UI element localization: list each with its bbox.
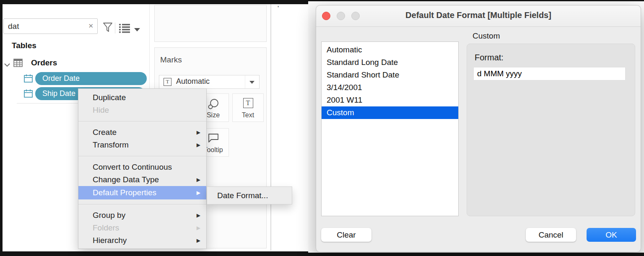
chevron-down-icon [249, 81, 254, 84]
menu-item-create[interactable]: Create ▶ [78, 126, 206, 139]
menu-separator [78, 204, 206, 204]
submenu-arrow-icon: ▶ [197, 126, 200, 139]
default-date-format-dialog: Default Date Format [Multiple Fields] Au… [316, 5, 641, 252]
text-button-label: Text [242, 111, 254, 119]
tooltip-icon [207, 133, 220, 144]
date-field-icon [24, 89, 33, 99]
list-item[interactable]: 2001 W11 [322, 94, 458, 106]
canvas-divider [270, 4, 271, 251]
view-options-grid-icon[interactable] [119, 24, 130, 35]
clear-button[interactable]: Clear [321, 228, 371, 242]
field-search-box[interactable]: ✕ [3, 18, 98, 34]
field-pill-order-date[interactable]: Order Date [35, 72, 147, 85]
menu-item-label: Hide [93, 106, 109, 114]
text-mark-icon: T [164, 78, 171, 86]
marks-text-button[interactable]: T Text [232, 93, 264, 122]
menu-item-label: Duplicate [93, 93, 126, 102]
submenu-arrow-icon: ▶ [197, 209, 200, 222]
tableau-window: ✕ Tables [3, 4, 308, 251]
view-options-caret-icon[interactable] [134, 28, 140, 31]
menu-item-label: Folders [93, 223, 119, 232]
list-item[interactable]: Standard Short Date [322, 69, 458, 81]
menu-item-duplicate[interactable]: Duplicate [78, 91, 206, 104]
menu-item-label: Hierarchy [93, 236, 127, 245]
menu-item-label: Transform [93, 140, 129, 149]
menu-separator [78, 156, 206, 156]
menu-item-label: Group by [93, 211, 125, 220]
menu-item-group-by[interactable]: Group by ▶ [78, 209, 206, 222]
canvas-text-artifact: ' [278, 5, 279, 13]
submenu-arrow-icon: ▶ [197, 173, 200, 186]
cancel-button[interactable]: Cancel [526, 228, 576, 242]
submenu-arrow-icon: ▶ [197, 234, 200, 247]
menu-item-label: Change Data Type [93, 175, 159, 184]
menu-item-transform[interactable]: Transform ▶ [78, 139, 206, 151]
marks-card-title: Marks [160, 55, 182, 65]
format-field-label: Format: [475, 53, 504, 62]
dropdown-caret-section[interactable] [245, 75, 259, 88]
menu-item-label: Create [93, 128, 117, 137]
menu-item-hierarchy[interactable]: Hierarchy ▶ [78, 234, 206, 247]
tables-section-header: Tables [12, 41, 36, 50]
date-field-icon [24, 74, 33, 84]
table-name-orders[interactable]: Orders [31, 58, 57, 67]
mark-type-value: Automatic [176, 77, 210, 86]
table-icon [13, 59, 23, 69]
filter-funnel-icon[interactable] [102, 22, 113, 35]
field-context-menu: Duplicate Hide Create ▶ Transform ▶ Conv… [78, 88, 207, 249]
dialog-titlebar[interactable]: Default Date Format [Multiple Fields] [316, 5, 641, 27]
menu-item-folders: Folders ▶ [78, 222, 206, 234]
shelf-card-empty [154, 5, 267, 42]
list-item-selected[interactable]: Custom [322, 106, 458, 119]
format-options-list[interactable]: Automatic Standard Long Date Standard Sh… [321, 41, 459, 216]
chevron-down-icon[interactable] [4, 61, 10, 69]
clear-search-icon[interactable]: ✕ [88, 22, 93, 30]
search-input[interactable] [4, 19, 83, 34]
mark-type-dropdown[interactable]: T Automatic [159, 75, 260, 89]
list-item[interactable]: Automatic [322, 44, 458, 56]
toolbar-separator [115, 23, 115, 34]
custom-section-label: Custom [473, 31, 500, 41]
submenu-arrow-icon: ▶ [197, 222, 200, 234]
menu-separator [78, 121, 206, 122]
list-item[interactable]: Standard Long Date [322, 56, 458, 69]
submenu-arrow-icon: ▶ [197, 186, 200, 199]
screenshot-frame: ✕ Tables [0, 0, 644, 256]
size-icon [207, 98, 220, 110]
menu-item-hide: Hide [78, 104, 206, 116]
menu-item-label: Default Properties [93, 188, 156, 197]
custom-format-panel: Format: [467, 44, 635, 216]
list-item[interactable]: 3/14/2001 [322, 81, 458, 94]
menu-item-label: Convert to Continuous [93, 163, 172, 171]
default-properties-submenu: Date Format... [207, 186, 292, 204]
format-input[interactable] [473, 67, 626, 80]
ok-button[interactable]: OK [587, 228, 636, 242]
dialog-screenshot: Default Date Format [Multiple Fields] Au… [308, 1, 644, 253]
menu-item-convert-to-continuous[interactable]: Convert to Continuous [78, 161, 206, 173]
submenu-item-date-format[interactable]: Date Format... [217, 191, 268, 200]
menu-item-default-properties[interactable]: Default Properties ▶ [78, 186, 206, 199]
text-icon: T [243, 98, 253, 108]
submenu-arrow-icon: ▶ [197, 139, 200, 151]
menu-item-change-data-type[interactable]: Change Data Type ▶ [78, 173, 206, 186]
dialog-title: Default Date Format [Multiple Fields] [316, 10, 641, 20]
size-button-label: Size [207, 111, 220, 119]
